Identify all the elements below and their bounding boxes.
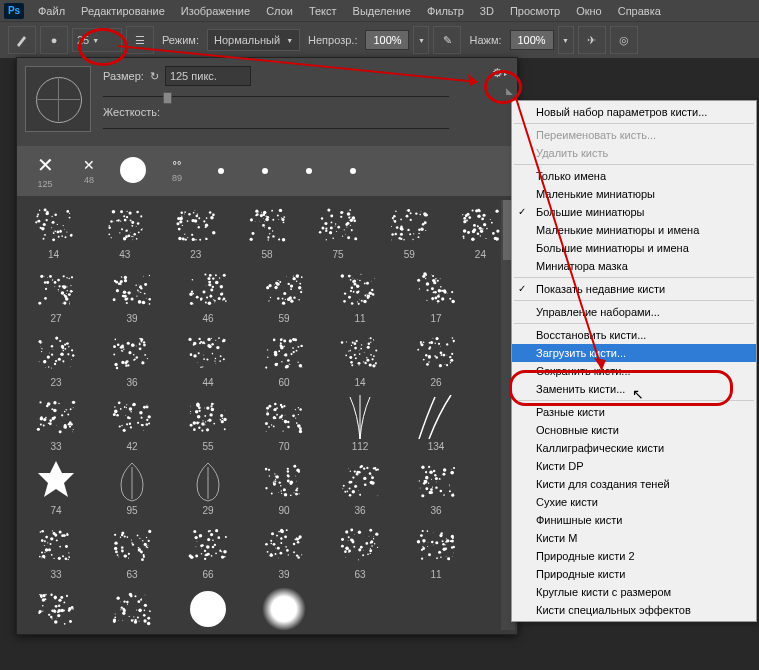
pressure-size-icon[interactable]: ◎ xyxy=(610,26,638,54)
menu-help[interactable]: Справка xyxy=(610,5,669,17)
brush-preset[interactable]: 59 xyxy=(253,264,315,324)
brush-tool-icon[interactable] xyxy=(8,26,36,54)
menu-view[interactable]: Просмотр xyxy=(502,5,568,17)
brush-preset[interactable]: 59 xyxy=(381,200,438,260)
menu-text[interactable]: Текст xyxy=(301,5,345,17)
flow-dropdown[interactable]: ▼ xyxy=(558,26,574,54)
brush-size-input[interactable]: 25 ▼ xyxy=(72,28,122,52)
menu-new-preset[interactable]: Новый набор параметров кисти... xyxy=(512,103,756,121)
menu-brush-set[interactable]: Природные кисти xyxy=(512,565,756,583)
menu-reset-brushes[interactable]: Восстановить кисти... xyxy=(512,326,756,344)
menu-brush-set[interactable]: Разные кисти xyxy=(512,403,756,421)
menu-save-brushes[interactable]: Сохранить кисти... xyxy=(512,362,756,380)
opacity-input[interactable]: 100% xyxy=(365,30,409,50)
brush-preset[interactable]: 55 xyxy=(177,392,239,452)
brush-preset[interactable]: 14 xyxy=(329,328,391,388)
menu-small-thumb[interactable]: Маленькие миниатюры xyxy=(512,185,756,203)
recent-brush[interactable] xyxy=(289,148,329,194)
menu-filter[interactable]: Фильтр xyxy=(419,5,472,17)
brush-preset[interactable]: 11 xyxy=(405,520,467,580)
brush-preset[interactable]: 39 xyxy=(101,264,163,324)
brush-preset[interactable]: 42 xyxy=(101,392,163,452)
brush-preset[interactable]: 70 xyxy=(253,392,315,452)
brush-preset[interactable]: 36 xyxy=(329,456,391,516)
brush-preset[interactable]: 33 xyxy=(25,392,87,452)
menu-3d[interactable]: 3D xyxy=(472,5,502,17)
brush-preset[interactable]: 14 xyxy=(25,200,82,260)
menu-brush-set[interactable]: Каллиграфические кисти xyxy=(512,439,756,457)
brush-preset[interactable]: 112 xyxy=(329,392,391,452)
menu-layers[interactable]: Слои xyxy=(258,5,301,17)
menu-brush-set[interactable]: Сухие кисти xyxy=(512,493,756,511)
brush-preset[interactable]: 60 xyxy=(253,328,315,388)
brush-preset[interactable]: 95 xyxy=(101,456,163,516)
menu-stroke-thumb[interactable]: Миниатюра мазка xyxy=(512,257,756,275)
menu-brush-set[interactable]: Кисти специальных эффектов xyxy=(512,601,756,619)
menu-brush-set[interactable]: Кисти DP xyxy=(512,457,756,475)
menu-show-recent[interactable]: ✓Показать недавние кисти xyxy=(512,280,756,298)
blend-mode-select[interactable]: Нормальный ▼ xyxy=(207,29,300,51)
brush-preset[interactable]: 63 xyxy=(329,520,391,580)
brush-preset[interactable]: 134 xyxy=(405,392,467,452)
gear-icon[interactable]: ⚙▸ xyxy=(489,64,509,82)
brush-preset[interactable]: 63 xyxy=(101,520,163,580)
menu-brush-set[interactable]: Круглые кисти с размером xyxy=(512,583,756,601)
menu-replace-brushes[interactable]: Заменить кисти... xyxy=(512,380,756,398)
brush-preset[interactable]: 100 xyxy=(253,584,315,634)
menu-text-only[interactable]: Только имена xyxy=(512,167,756,185)
size-slider[interactable] xyxy=(103,92,509,102)
airbrush-icon[interactable]: ✈ xyxy=(578,26,606,54)
brush-preset[interactable]: 74 xyxy=(25,456,87,516)
size-field[interactable]: 125 пикс. xyxy=(165,66,251,86)
brush-preset[interactable]: 29 xyxy=(177,456,239,516)
brush-preset[interactable]: 36 xyxy=(101,328,163,388)
menu-brush-set[interactable]: Основные кисти xyxy=(512,421,756,439)
brush-panel-toggle[interactable]: ☰ xyxy=(126,26,154,54)
brush-tip-preview[interactable] xyxy=(25,66,91,132)
brush-preset[interactable]: 36 xyxy=(405,456,467,516)
recent-brush[interactable] xyxy=(333,148,373,194)
brush-preset[interactable]: 39 xyxy=(253,520,315,580)
brush-preset[interactable]: 48 xyxy=(25,584,87,634)
menu-large-list[interactable]: Большие миниатюры и имена xyxy=(512,239,756,257)
recent-brush[interactable] xyxy=(201,148,241,194)
brush-preset[interactable]: 66 xyxy=(177,520,239,580)
brush-preset[interactable]: 33 xyxy=(25,520,87,580)
menu-select[interactable]: Выделение xyxy=(345,5,419,17)
brush-preset[interactable]: 27 xyxy=(25,264,87,324)
recent-brush[interactable] xyxy=(113,148,153,194)
menu-large-thumb[interactable]: ✓Большие миниатюры xyxy=(512,203,756,221)
brush-preset[interactable]: 23 xyxy=(25,328,87,388)
menu-image[interactable]: Изображение xyxy=(173,5,258,17)
reset-size-icon[interactable]: ↻ xyxy=(150,70,159,83)
brush-preset[interactable]: 32 xyxy=(101,584,163,634)
menu-small-list[interactable]: Маленькие миниатюры и имена xyxy=(512,221,756,239)
recent-brush[interactable]: °°89 xyxy=(157,148,197,194)
menu-load-brushes[interactable]: Загрузить кисти... xyxy=(512,344,756,362)
pressure-opacity-icon[interactable]: ✎ xyxy=(433,26,461,54)
menu-edit[interactable]: Редактирование xyxy=(73,5,173,17)
recent-brush[interactable]: ✕48 xyxy=(69,148,109,194)
menu-brush-set[interactable]: Финишные кисти xyxy=(512,511,756,529)
panel-collapse-icon[interactable]: ◣ xyxy=(506,86,513,96)
brush-preset[interactable]: 75 xyxy=(310,200,367,260)
recent-brush[interactable]: ✕125 xyxy=(25,148,65,194)
brush-preview-icon[interactable]: ● xyxy=(40,26,68,54)
brush-preset[interactable]: 58 xyxy=(238,200,295,260)
menu-brush-set[interactable]: Природные кисти 2 xyxy=(512,547,756,565)
brush-preset[interactable]: 17 xyxy=(405,264,467,324)
menu-file[interactable]: Файл xyxy=(30,5,73,17)
brush-preset[interactable]: 90 xyxy=(253,456,315,516)
menu-preset-manager[interactable]: Управление наборами... xyxy=(512,303,756,321)
brush-preset[interactable]: 23 xyxy=(167,200,224,260)
menu-brush-set[interactable]: Кисти для создания теней xyxy=(512,475,756,493)
brush-preset[interactable]: 46 xyxy=(177,264,239,324)
brush-preset[interactable]: 11 xyxy=(329,264,391,324)
menu-brush-set[interactable]: Кисти M xyxy=(512,529,756,547)
brush-preset[interactable]: 55 xyxy=(177,584,239,634)
recent-brush[interactable] xyxy=(245,148,285,194)
brush-preset[interactable]: 43 xyxy=(96,200,153,260)
opacity-dropdown[interactable]: ▼ xyxy=(413,26,429,54)
brush-preset[interactable]: 26 xyxy=(405,328,467,388)
menu-window[interactable]: Окно xyxy=(568,5,610,17)
